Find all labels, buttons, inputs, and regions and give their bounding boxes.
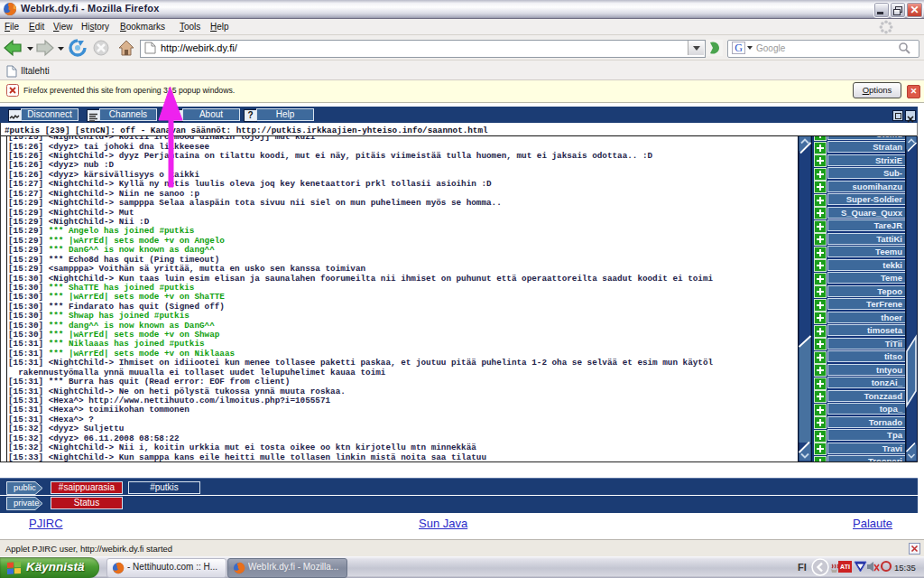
svg-text:G: G	[735, 42, 743, 54]
